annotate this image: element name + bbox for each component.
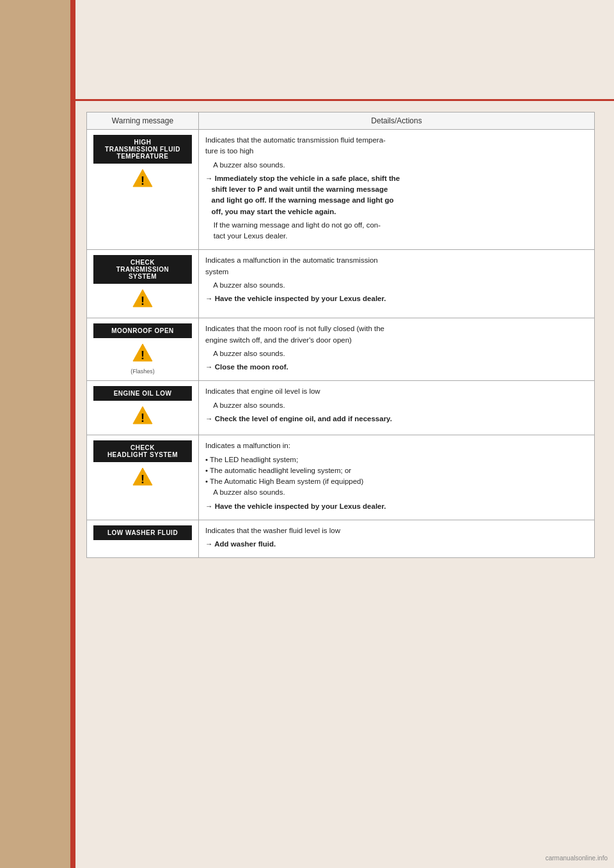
warning-cell-moonroof: MOONROOF OPEN ! (Flashes) <box>87 318 199 381</box>
table-row: CHECKTRANSMISSIONSYSTEM ! Indicates a ma… <box>87 250 595 318</box>
warning-display-check-transmission: CHECKTRANSMISSIONSYSTEM <box>93 255 192 284</box>
details-cell-high-transmission: Indicates that the automatic transmissio… <box>199 130 595 250</box>
table-row: CHECKHEADLIGHT SYSTEM ! Indicates a malf… <box>87 435 595 520</box>
details-cell-engine-oil: Indicates that engine oil level is low A… <box>199 381 595 435</box>
warning-table: Warning message Details/Actions HIGHTRAN… <box>86 112 595 558</box>
warning-icon-engine-oil: ! <box>93 405 192 430</box>
warning-icon-headlight: ! <box>93 466 192 491</box>
svg-text:!: ! <box>141 174 145 187</box>
col-header-warning: Warning message <box>87 112 199 130</box>
watermark: carmanualsonline.info <box>546 855 608 862</box>
table-row: HIGHTRANSMISSION FLUIDTEMPERATURE ! Indi… <box>87 130 595 250</box>
warning-display-high-transmission: HIGHTRANSMISSION FLUIDTEMPERATURE <box>93 135 192 164</box>
warning-cell-high-transmission: HIGHTRANSMISSION FLUIDTEMPERATURE ! <box>87 130 199 250</box>
warning-display-headlight: CHECKHEADLIGHT SYSTEM <box>93 440 192 462</box>
details-cell-washer-fluid: Indicates that the washer fluid level is… <box>199 520 595 558</box>
col-header-details: Details/Actions <box>199 112 595 130</box>
warning-cell-washer-fluid: LOW WASHER FLUID <box>87 520 199 558</box>
flashes-label: (Flashes) <box>93 368 192 375</box>
warning-icon-high-transmission: ! <box>93 167 192 192</box>
warning-icon-moonroof: ! <box>93 342 192 367</box>
table-row: MOONROOF OPEN ! (Flashes) Indicates that… <box>87 318 595 381</box>
svg-text:!: ! <box>141 295 145 307</box>
details-cell-moonroof: Indicates that the moon roof is not full… <box>199 318 595 381</box>
top-red-line <box>75 99 614 101</box>
warning-cell-check-transmission: CHECKTRANSMISSIONSYSTEM ! <box>87 250 199 318</box>
warning-cell-headlight: CHECKHEADLIGHT SYSTEM ! <box>87 435 199 520</box>
details-cell-check-transmission: Indicates a malfunction in the automatic… <box>199 250 595 318</box>
warning-display-washer-fluid: LOW WASHER FLUID <box>93 525 192 540</box>
warning-icon-check-transmission: ! <box>93 288 192 313</box>
main-content: Warning message Details/Actions HIGHTRAN… <box>86 112 595 740</box>
watermark-text: carmanualsonline.info <box>546 855 608 862</box>
left-accent-bar <box>70 0 75 868</box>
svg-text:!: ! <box>141 412 145 424</box>
table-row: ENGINE OIL LOW ! Indicates that engine o… <box>87 381 595 435</box>
details-cell-headlight: Indicates a malfunction in: The LED head… <box>199 435 595 520</box>
svg-text:!: ! <box>141 349 145 362</box>
warning-cell-engine-oil: ENGINE OIL LOW ! <box>87 381 199 435</box>
svg-text:!: ! <box>141 473 145 486</box>
headlight-bullet-list: The LED headlight system; The automatic … <box>205 454 588 488</box>
warning-display-engine-oil: ENGINE OIL LOW <box>93 386 192 401</box>
table-row: LOW WASHER FLUID Indicates that the wash… <box>87 520 595 558</box>
warning-display-moonroof: MOONROOF OPEN <box>93 323 192 338</box>
left-sidebar <box>0 0 70 868</box>
